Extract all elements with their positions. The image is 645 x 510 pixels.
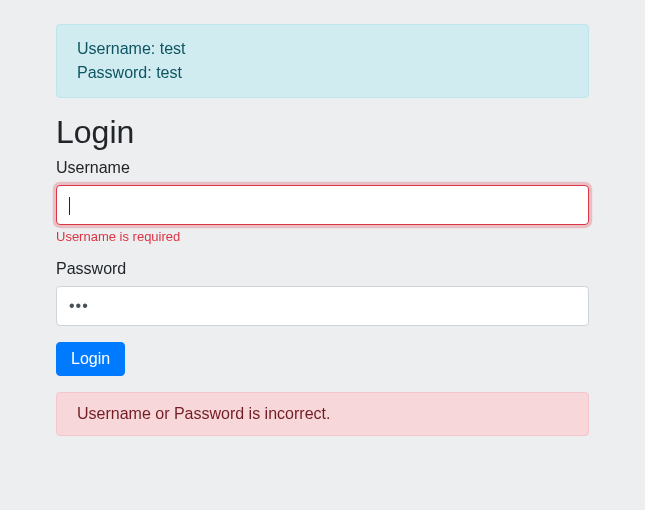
password-input[interactable]: ••• [56,286,589,326]
username-error: Username is required [56,229,589,244]
error-alert: Username or Password is incorrect. [56,392,589,436]
page-title: Login [56,114,589,151]
password-label: Password [56,260,589,278]
password-group: Password ••• [56,260,589,326]
text-cursor-icon [69,197,70,215]
hint-username: Username: test [77,37,568,61]
credentials-hint: Username: test Password: test [56,24,589,98]
username-input[interactable] [56,185,589,225]
submit-group: Login [56,342,589,376]
hint-password: Password: test [77,61,568,85]
login-button[interactable]: Login [56,342,125,376]
username-label: Username [56,159,589,177]
username-group: Username Username is required [56,159,589,244]
